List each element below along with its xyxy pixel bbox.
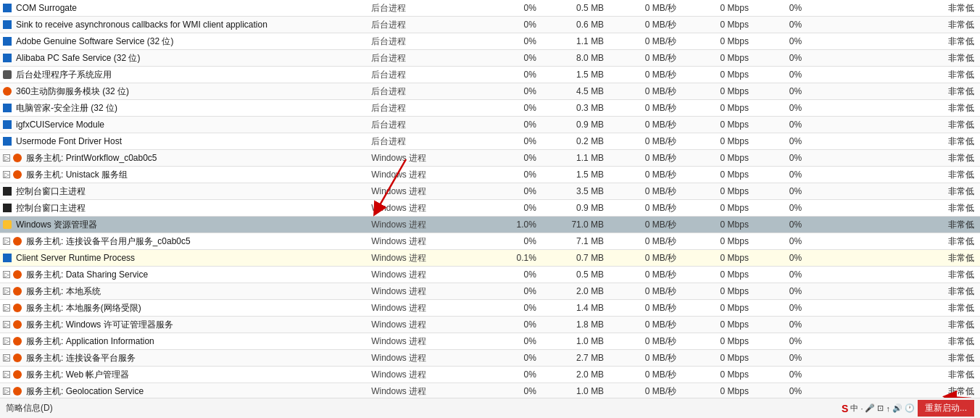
process-mem: 0.7 MB bbox=[541, 250, 608, 267]
process-type: 后台进程 bbox=[367, 67, 483, 83]
table-row[interactable]: Usermode Font Driver Host 后台进程 0% 0.2 MB… bbox=[0, 133, 980, 150]
process-net: 0 Mbps bbox=[681, 367, 753, 383]
process-type: Windows 进程 bbox=[367, 217, 483, 233]
expand-icon[interactable]: ▷ bbox=[3, 154, 10, 162]
process-gpu-engine bbox=[806, 367, 902, 383]
process-cpu: 0.1% bbox=[483, 250, 541, 267]
process-type: Windows 进程 bbox=[367, 300, 483, 317]
table-row[interactable]: 360主动防御服务模块 (32 位) 后台进程 0% 4.5 MB 0 MB/秒… bbox=[0, 83, 980, 100]
process-mem: 0.5 MB bbox=[541, 0, 608, 17]
process-name: Windows 资源管理器 bbox=[0, 217, 367, 233]
expand-icon[interactable]: ▷ bbox=[3, 304, 10, 312]
process-gpu-engine bbox=[806, 67, 902, 83]
process-disk: 0 MB/秒 bbox=[608, 367, 681, 383]
expand-icon[interactable]: ▷ bbox=[3, 338, 10, 345]
table-row[interactable]: ▷服务主机: Data Sharing Service Windows 进程 0… bbox=[0, 267, 980, 283]
table-row[interactable]: ▷服务主机: Geolocation Service Windows 进程 0%… bbox=[0, 383, 980, 398]
process-net: 0 Mbps bbox=[681, 67, 753, 83]
process-disk: 0 MB/秒 bbox=[608, 317, 681, 333]
process-disk: 0 MB/秒 bbox=[608, 100, 681, 117]
table-row[interactable]: ▷服务主机: 本地服务(网络受限) Windows 进程 0% 1.4 MB 0… bbox=[0, 300, 980, 317]
process-name: ▷服务主机: Windows 许可证管理器服务 bbox=[0, 317, 367, 333]
process-net: 0 Mbps bbox=[681, 233, 753, 250]
expand-icon[interactable]: ▷ bbox=[3, 271, 10, 278]
expand-icon[interactable]: ▷ bbox=[3, 321, 10, 328]
table-row[interactable]: ▷服务主机: 连接设备平台用户服务_c0ab0c5 Windows 进程 0% … bbox=[0, 233, 980, 250]
process-gpu-engine bbox=[806, 100, 902, 117]
process-cpu: 0% bbox=[483, 17, 541, 33]
process-net: 0 Mbps bbox=[681, 267, 753, 283]
process-gpu-engine bbox=[806, 183, 902, 200]
process-name: Alibaba PC Safe Service (32 位) bbox=[0, 50, 367, 66]
process-mem: 2.0 MB bbox=[541, 283, 608, 300]
process-gpu: 0% bbox=[753, 283, 806, 300]
process-mem: 1.1 MB bbox=[541, 33, 608, 50]
blue-icon bbox=[3, 37, 12, 46]
blue-icon bbox=[3, 120, 12, 129]
restart-button[interactable]: 重新启动... bbox=[918, 400, 974, 417]
table-row[interactable]: ▷服务主机: Unistack 服务组 Windows 进程 0% 1.5 MB… bbox=[0, 167, 980, 183]
orange-icon bbox=[13, 387, 22, 396]
process-mem: 1.1 MB bbox=[541, 150, 608, 167]
process-type: Windows 进程 bbox=[367, 350, 483, 367]
process-power: 非常低 bbox=[902, 167, 980, 183]
process-gpu-engine bbox=[806, 233, 902, 250]
process-gpu: 0% bbox=[753, 17, 806, 33]
process-gpu: 0% bbox=[753, 250, 806, 267]
expand-icon[interactable]: ▷ bbox=[3, 354, 10, 361]
expand-icon[interactable]: ▷ bbox=[3, 238, 10, 245]
process-type: Windows 进程 bbox=[367, 250, 483, 267]
expand-icon[interactable]: ▷ bbox=[3, 388, 10, 395]
table-row[interactable]: ▷服务主机: 本地系统 Windows 进程 0% 2.0 MB 0 MB/秒 … bbox=[0, 283, 980, 300]
process-disk: 0 MB/秒 bbox=[608, 117, 681, 133]
table-row[interactable]: ▷服务主机: 连接设备平台服务 Windows 进程 0% 2.7 MB 0 M… bbox=[0, 350, 980, 367]
process-cpu: 0% bbox=[483, 67, 541, 83]
table-row[interactable]: 后台处理程序子系统应用 后台进程 0% 1.5 MB 0 MB/秒 0 Mbps… bbox=[0, 67, 980, 83]
table-row[interactable]: Client Server Runtime Process Windows 进程… bbox=[0, 250, 980, 267]
table-row[interactable]: ▷服务主机: Application Information Windows 进… bbox=[0, 333, 980, 350]
process-net: 0 Mbps bbox=[681, 183, 753, 200]
process-gpu: 0% bbox=[753, 83, 806, 100]
orange-icon bbox=[13, 154, 22, 162]
table-row[interactable]: ▷服务主机: Windows 许可证管理器服务 Windows 进程 0% 1.… bbox=[0, 317, 980, 333]
process-gpu-engine bbox=[806, 200, 902, 217]
process-cpu: 0% bbox=[483, 83, 541, 100]
process-disk: 0 MB/秒 bbox=[608, 217, 681, 233]
blue-icon bbox=[3, 54, 12, 62]
process-cpu: 0% bbox=[483, 200, 541, 217]
status-right-area: S 中 · 🎤 ⊡ ↑ 🔊 🕐 重新启动... bbox=[842, 400, 974, 417]
expand-icon[interactable]: ▷ bbox=[3, 288, 10, 295]
process-gpu-engine bbox=[806, 150, 902, 167]
process-disk: 0 MB/秒 bbox=[608, 200, 681, 217]
status-bar: 简略信息(D) S 中 · 🎤 ⊡ ↑ 🔊 🕐 重新启动... bbox=[0, 398, 980, 418]
table-row[interactable]: 电脑管家-安全注册 (32 位) 后台进程 0% 0.3 MB 0 MB/秒 0… bbox=[0, 100, 980, 117]
process-type: Windows 进程 bbox=[367, 267, 483, 283]
table-row[interactable]: ▷服务主机: Web 帐户管理器 Windows 进程 0% 2.0 MB 0 … bbox=[0, 367, 980, 383]
table-row[interactable]: igfxCUIService Module 后台进程 0% 0.9 MB 0 M… bbox=[0, 117, 980, 133]
table-row[interactable]: Sink to receive asynchronous callbacks f… bbox=[0, 17, 980, 33]
table-row[interactable]: COM Surrogate 后台进程 0% 0.5 MB 0 MB/秒 0 Mb… bbox=[0, 0, 980, 17]
process-gpu: 0% bbox=[753, 133, 806, 150]
expand-icon[interactable]: ▷ bbox=[3, 171, 10, 178]
table-row[interactable]: Alibaba PC Safe Service (32 位) 后台进程 0% 8… bbox=[0, 50, 980, 67]
process-disk: 0 MB/秒 bbox=[608, 150, 681, 167]
table-row[interactable]: ▷服务主机: PrintWorkflow_c0ab0c5 Windows 进程 … bbox=[0, 150, 980, 167]
expand-icon[interactable]: ▷ bbox=[3, 371, 10, 378]
process-name: ▷服务主机: Application Information bbox=[0, 333, 367, 349]
process-power: 非常低 bbox=[902, 250, 980, 267]
process-gpu: 0% bbox=[753, 350, 806, 367]
process-net: 0 Mbps bbox=[681, 317, 753, 333]
process-disk: 0 MB/秒 bbox=[608, 133, 681, 150]
process-name: 控制台窗口主进程 bbox=[0, 183, 367, 199]
process-gpu-engine bbox=[806, 350, 902, 367]
process-cpu: 0% bbox=[483, 317, 541, 333]
table-row[interactable]: 控制台窗口主进程 Windows 进程 0% 3.5 MB 0 MB/秒 0 M… bbox=[0, 183, 980, 200]
process-name: ▷服务主机: 本地服务(网络受限) bbox=[0, 300, 367, 316]
process-mem: 7.1 MB bbox=[541, 233, 608, 250]
tray-mic-icon: 🎤 bbox=[865, 404, 875, 413]
process-type: Windows 进程 bbox=[367, 317, 483, 333]
table-row[interactable]: Adobe Genuine Software Service (32 位) 后台… bbox=[0, 33, 980, 50]
table-row[interactable]: 控制台窗口主进程 Windows 进程 0% 0.9 MB 0 MB/秒 0 M… bbox=[0, 200, 980, 217]
process-name: Adobe Genuine Software Service (32 位) bbox=[0, 33, 367, 49]
table-row[interactable]: Windows 资源管理器 Windows 进程 1.0% 71.0 MB 0 … bbox=[0, 217, 980, 233]
